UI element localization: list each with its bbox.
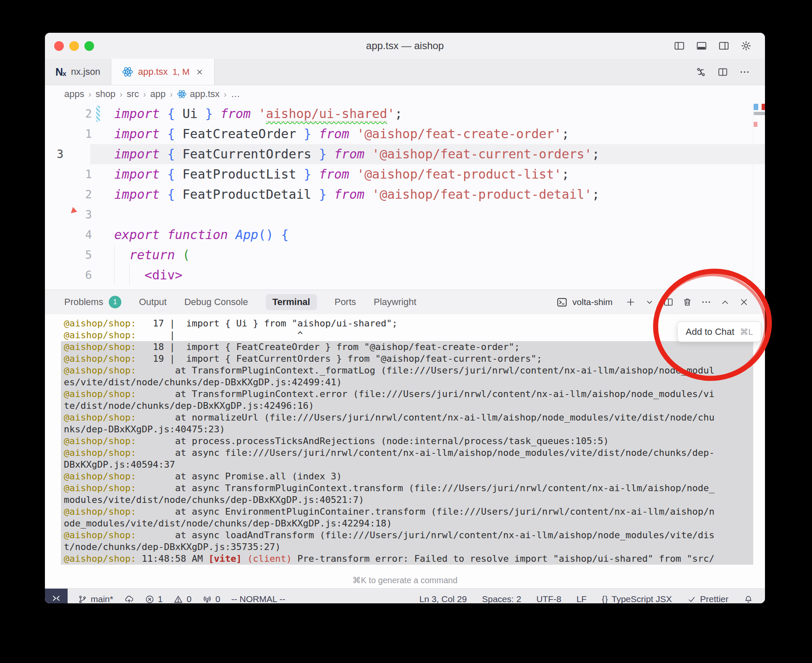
line-number: 2 — [55, 184, 92, 205]
line-number: 2 — [55, 104, 92, 124]
publish-changes-icon[interactable] — [124, 595, 134, 604]
new-terminal-icon[interactable] — [626, 297, 636, 307]
code-text: return ( — [114, 245, 190, 265]
bell-icon — [744, 595, 753, 604]
code-editor[interactable]: 2import { Ui } from 'aishop/ui-shared';1… — [45, 103, 765, 289]
terminal-line: es/vite/dist/node/chunks/dep-DBxKXgDP.js… — [61, 376, 753, 388]
terminal-line: @aishop/shop: 18 | import { FeatCreateOr… — [61, 341, 753, 353]
warning-icon — [173, 595, 183, 604]
toggle-secondary-sidebar-icon[interactable] — [718, 40, 729, 51]
terminal-hint: ⌘K to generate a command — [45, 574, 765, 588]
toggle-panel-icon[interactable] — [696, 40, 707, 51]
tab-nx-json[interactable]: Nxnx.json — [45, 59, 111, 85]
panel-tab-ports[interactable]: Ports — [335, 297, 356, 308]
title-bar: app.tsx — aishop — [45, 33, 765, 59]
breadcrumb-separator: › — [143, 89, 146, 99]
bottom-panel: Problems1OutputDebug ConsoleTerminalPort… — [45, 289, 765, 588]
panel-tab-output[interactable]: Output — [139, 297, 167, 308]
terminal-line: @aishop/shop: at async EnvironmentPlugin… — [61, 506, 753, 518]
breadcrumb-item[interactable]: apps — [64, 89, 84, 100]
titlebar-actions — [674, 33, 752, 59]
active-terminal-item[interactable]: volta-shim — [556, 297, 613, 308]
breadcrumb-item[interactable]: … — [231, 89, 240, 100]
code-line[interactable]: 3 — [45, 205, 765, 225]
vscode-window: app.tsx — aishop Nxnx.jsonapp.tsx1, M ap… — [45, 33, 765, 603]
code-line[interactable]: 1import { FeatCreateOrder } from '@aisho… — [45, 124, 765, 144]
vim-mode-indicator[interactable]: -- NORMAL -- — [231, 594, 286, 603]
forwarded-ports-count[interactable]: 0 — [202, 594, 220, 603]
warnings-count[interactable]: 0 — [173, 594, 191, 603]
minimize-window-button[interactable] — [69, 41, 79, 51]
remote-indicator[interactable] — [45, 589, 68, 603]
editor-tab-bar: Nxnx.jsonapp.tsx1, M — [45, 59, 765, 85]
code-line[interactable]: 5 return ( — [45, 245, 765, 265]
tab-label: nx.json — [71, 66, 100, 77]
encoding-setting[interactable]: UTF-8 — [536, 594, 561, 603]
terminal-line: nks/dep-DBxKXgDP.js:40475:23) — [61, 424, 753, 435]
code-line[interactable]: 2import { Ui } from 'aishop/ui-shared'; — [45, 104, 765, 124]
cloud-up-icon — [124, 595, 134, 604]
panel-tabs: Problems1OutputDebug ConsoleTerminalPort… — [64, 294, 416, 310]
nx-icon: Nx — [55, 67, 66, 77]
settings-gear-icon[interactable] — [741, 40, 752, 51]
open-changes-icon[interactable] — [696, 67, 706, 77]
split-terminal-icon[interactable] — [663, 297, 673, 307]
code-line[interactable]: 2import { FeatProductDetail } from '@ais… — [45, 184, 765, 205]
code-text: import { FeatProductDetail } from '@aish… — [114, 184, 600, 205]
maximize-panel-icon[interactable] — [720, 297, 730, 307]
panel-tab-problems[interactable]: Problems1 — [64, 296, 121, 308]
errors-count[interactable]: 1 — [145, 594, 163, 603]
editor-toolbar — [696, 59, 765, 85]
zoom-window-button[interactable] — [84, 41, 94, 51]
code-line[interactable]: 1import { FeatProductList } from '@aisho… — [45, 164, 765, 184]
panel-tab-debug-console[interactable]: Debug Console — [184, 297, 248, 308]
breadcrumb-separator: › — [120, 89, 123, 99]
kill-terminal-icon[interactable] — [682, 297, 692, 307]
terminal-line: DBxKXgDP.js:40594:37 — [61, 459, 753, 471]
indentation-setting[interactable]: Spaces: 2 — [482, 594, 521, 603]
code-line[interactable]: 4export function App() { — [45, 225, 765, 245]
gutter-modified-indicator — [96, 106, 100, 122]
notifications-bell-icon[interactable] — [744, 595, 753, 604]
code-line[interactable]: 6 <div> — [45, 265, 765, 285]
close-tab-icon[interactable] — [196, 68, 204, 76]
terminal-line: @aishop/shop: | ^ — [61, 329, 753, 341]
breadcrumb-item[interactable]: src — [127, 89, 139, 100]
formatter-status[interactable]: Prettier — [687, 594, 728, 603]
cursor-position[interactable]: Ln 3, Col 29 — [419, 594, 467, 603]
more-editor-actions-icon[interactable] — [739, 67, 750, 77]
terminal-line: @aishop/shop: at normalizeUrl (file:///U… — [61, 412, 753, 424]
close-window-button[interactable] — [54, 41, 64, 51]
close-panel-icon[interactable] — [739, 297, 749, 307]
panel-actions: volta-shim — [556, 297, 749, 308]
terminal-output[interactable]: @aishop/shop: 17 | import { Ui } from "a… — [45, 314, 765, 574]
remote-window-icon — [51, 593, 61, 603]
split-editor-icon[interactable] — [718, 67, 728, 77]
git-branch-indicator[interactable]: main* — [78, 594, 113, 603]
terminal-more-actions-icon[interactable] — [701, 297, 711, 307]
terminal-line: @aishop/shop: 19 | import { FeatCurrentO… — [61, 353, 753, 365]
code-text: <div> — [114, 265, 183, 285]
code-line[interactable]: 3import { FeatCurrentOrders } from '@ais… — [45, 144, 765, 164]
panel-tab-terminal[interactable]: Terminal — [266, 294, 317, 310]
terminal-name: volta-shim — [572, 297, 613, 307]
eol-setting[interactable]: LF — [576, 594, 587, 603]
breadcrumb-item[interactable]: app.tsx — [177, 89, 220, 100]
broadcast-icon — [202, 595, 212, 604]
terminal-line: te/dist/node/chunks/dep-DBxKXgDP.js:4249… — [61, 400, 753, 412]
react-icon — [122, 66, 134, 78]
code-text: export function App() { — [114, 225, 288, 245]
add-to-chat-shortcut: ⌘L — [740, 327, 753, 337]
panel-header: Problems1OutputDebug ConsoleTerminalPort… — [45, 289, 765, 314]
language-mode[interactable]: {}TypeScript JSX — [602, 594, 672, 603]
status-bar: main*100-- NORMAL -- Ln 3, Col 29Spaces:… — [45, 588, 765, 603]
add-to-chat-tooltip[interactable]: Add to Chat ⌘L — [677, 321, 761, 342]
terminal-profile-dropdown-icon[interactable] — [644, 297, 655, 307]
breadcrumb-item[interactable]: app — [150, 89, 166, 100]
code-text: import { FeatCreateOrder } from '@aishop… — [114, 124, 569, 144]
toggle-primary-sidebar-icon[interactable] — [674, 40, 685, 51]
breadcrumb-item[interactable]: shop — [95, 89, 115, 100]
desktop-background: { "window": { "title": "app.tsx — aishop… — [0, 0, 812, 663]
panel-tab-playwright[interactable]: Playwright — [374, 297, 416, 308]
tab-app-tsx[interactable]: app.tsx1, M — [111, 59, 215, 85]
